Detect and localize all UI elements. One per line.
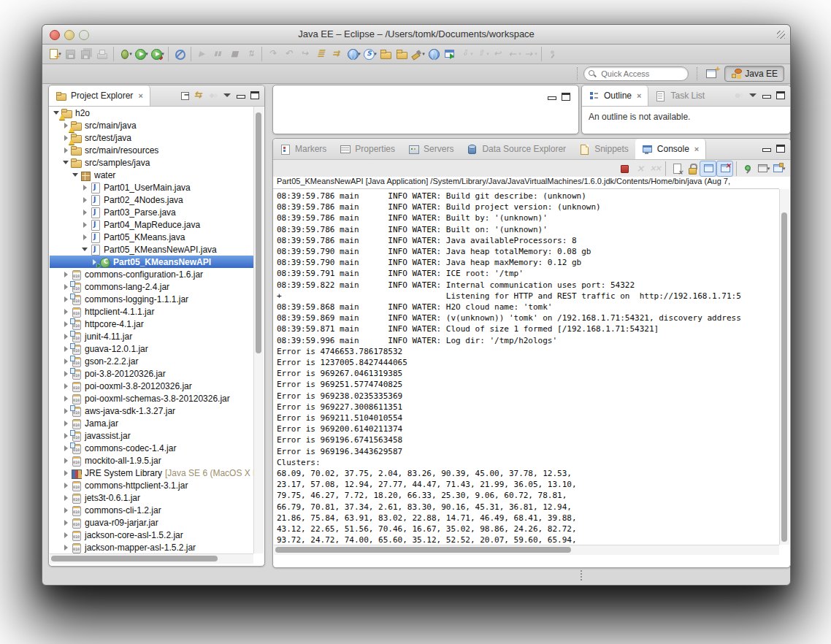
- sash-grip[interactable]: [581, 570, 582, 580]
- project-tree[interactable]: h2osrc/main/javasrc/test/javasrc/main/re…: [50, 107, 253, 553]
- tree-item-part05-kmeans-java[interactable]: Part05_KMeans.java: [50, 231, 253, 243]
- tree-item-src-test-java[interactable]: src/test/java: [50, 131, 253, 144]
- expand-arrow-icon[interactable]: [81, 181, 89, 193]
- tree-item-commons-configuration-1-6-jar[interactable]: commons-configuration-1.6.jar: [50, 268, 253, 280]
- tree-item-src-samples-java[interactable]: src/samples/java: [50, 156, 253, 169]
- debug-button[interactable]: ▾: [117, 46, 133, 62]
- tree-item-jama-jar[interactable]: Jama.jar: [50, 417, 253, 429]
- tab-outline[interactable]: Outline×: [582, 85, 648, 106]
- expand-arrow-icon[interactable]: [62, 144, 70, 156]
- expand-arrow-icon[interactable]: [81, 206, 89, 218]
- scroll-lock-button[interactable]: [684, 161, 700, 176]
- close-icon[interactable]: ×: [637, 91, 641, 100]
- mark-occ-button[interactable]: [329, 46, 345, 62]
- run-server-button[interactable]: [442, 46, 458, 62]
- tab-project-explorer[interactable]: Project Explorer ×: [49, 85, 150, 106]
- min-button[interactable]: [759, 88, 773, 104]
- console-output[interactable]: 08:39:59.786 main INFO WATER: Build git …: [273, 189, 779, 545]
- tree-item-h2o[interactable]: h2o: [50, 107, 253, 119]
- run-history-button[interactable]: ▾: [149, 46, 165, 62]
- max-button[interactable]: [248, 88, 261, 104]
- collapse-all-button[interactable]: [178, 88, 192, 104]
- tree-item-commons-httpclient-3-1-jar[interactable]: commons-httpclient-3.1.jar: [50, 479, 253, 491]
- minimize-view-button[interactable]: [545, 89, 559, 105]
- expand-arrow-icon[interactable]: [62, 305, 70, 318]
- pin-console-button[interactable]: [740, 161, 755, 176]
- tree-item-mockito-all-1-9-5-jar[interactable]: mockito-all-1.9.5.jar: [50, 454, 253, 467]
- expand-arrow-icon[interactable]: [62, 380, 70, 392]
- expand-arrow-icon[interactable]: [62, 355, 70, 367]
- web-browser-button[interactable]: [426, 46, 442, 62]
- tree-item-commons-lang-2-4-jar[interactable]: commons-lang-2.4.jar: [50, 280, 253, 293]
- expand-arrow-icon[interactable]: [62, 330, 70, 342]
- expand-arrow-icon[interactable]: [62, 491, 70, 504]
- tree-item-junit-4-11-jar[interactable]: junit-4.11.jar: [50, 330, 253, 342]
- tab-properties[interactable]: Properties: [333, 139, 402, 159]
- max-button[interactable]: [773, 88, 787, 104]
- tab-data-source-explorer[interactable]: Data Source Explorer: [460, 139, 572, 159]
- expand-arrow-icon[interactable]: [62, 442, 70, 454]
- tree-item-javassist-jar[interactable]: javassist.jar: [50, 429, 253, 442]
- expand-arrow-icon[interactable]: [62, 392, 70, 405]
- tree-item-src-main-java[interactable]: src/main/java: [50, 119, 253, 131]
- expand-arrow-icon[interactable]: [81, 231, 89, 243]
- expand-arrow-icon[interactable]: [62, 367, 70, 380]
- expand-arrow-icon[interactable]: [62, 529, 70, 541]
- min-button[interactable]: [759, 141, 773, 157]
- show-stderr-button[interactable]: [716, 161, 733, 177]
- tree-item-aws-java-sdk-1-3-27-jar[interactable]: aws-java-sdk-1.3.27.jar: [50, 405, 253, 417]
- expand-arrow-icon[interactable]: [62, 405, 70, 417]
- view-menu-button[interactable]: [220, 88, 234, 104]
- tree-item-poi-ooxml-3-8-20120326-jar[interactable]: poi-ooxml-3.8-20120326.jar: [50, 380, 253, 392]
- new-service-button[interactable]: ▾: [361, 46, 378, 62]
- min-button[interactable]: [234, 88, 248, 104]
- expand-arrow-icon[interactable]: [81, 218, 89, 231]
- tree-item-jackson-core-asl-1-5-2-jar[interactable]: jackson-core-asl-1.5.2.jar: [50, 529, 253, 541]
- expand-arrow-icon[interactable]: [62, 318, 70, 330]
- close-icon[interactable]: ×: [138, 91, 142, 100]
- window-resize-grip-icon[interactable]: [777, 31, 785, 39]
- tree-item-httpcore-4-1-jar[interactable]: httpcore-4.1.jar: [50, 318, 253, 330]
- expand-arrow-icon[interactable]: [62, 516, 70, 529]
- tree-item-guava-12-0-1-jar[interactable]: guava-12.0.1.jar: [50, 342, 253, 355]
- hscrollbar-thumb[interactable]: [51, 556, 218, 561]
- show-selected-button[interactable]: [313, 46, 329, 62]
- title-bar[interactable]: Java EE – Eclipse – /Users/tomk/Document…: [42, 25, 790, 45]
- run-button[interactable]: ▾: [133, 46, 149, 62]
- import-folder-button[interactable]: [378, 46, 394, 62]
- expand-arrow-icon[interactable]: [62, 342, 70, 355]
- new-wizard-button[interactable]: ▾: [46, 46, 62, 62]
- expand-arrow-icon[interactable]: [62, 417, 70, 429]
- expand-arrow-icon[interactable]: [62, 454, 70, 467]
- tree-item-part05-kmeansnewapi-java[interactable]: Part05_KMeansNewAPI.java: [50, 243, 253, 256]
- collapse-arrow-icon[interactable]: [72, 169, 80, 181]
- expand-arrow-icon[interactable]: [62, 429, 70, 442]
- link-editor-button[interactable]: [192, 88, 206, 104]
- tree-item-poi-ooxml-schemas-3-8-20120326-jar[interactable]: poi-ooxml-schemas-3.8-20120326.jar: [50, 392, 253, 405]
- collapse-arrow-icon[interactable]: [81, 243, 89, 256]
- view-menu-button[interactable]: [746, 88, 759, 104]
- open-folder-button[interactable]: [394, 46, 410, 62]
- hscrollbar-thumb[interactable]: [275, 547, 571, 553]
- max-button[interactable]: [773, 141, 787, 157]
- quick-access-box[interactable]: [583, 66, 689, 81]
- search-button[interactable]: ▾: [410, 46, 426, 62]
- tree-item-commons-codec-1-4-jar[interactable]: commons-codec-1.4.jar: [50, 442, 253, 454]
- expand-arrow-icon[interactable]: [62, 504, 70, 516]
- tab-snippets[interactable]: Snippets: [572, 139, 635, 159]
- tree-item-gson-2-2-2-jar[interactable]: gson-2.2.2.jar: [50, 355, 253, 367]
- tree-item-water[interactable]: water: [50, 169, 253, 181]
- tree-item-part01-usermain-java[interactable]: Part01_UserMain.java: [50, 181, 253, 193]
- tab-markers[interactable]: Markers: [273, 139, 333, 159]
- tree-item-httpclient-4-1-1-jar[interactable]: httpclient-4.1.1.jar: [50, 305, 253, 318]
- tree-item-jets3t-0-6-1-jar[interactable]: jets3t-0.6.1.jar: [50, 491, 253, 504]
- expand-arrow-icon[interactable]: [62, 268, 70, 280]
- tree-item-jackson-mapper-asl-1-5-2-jar[interactable]: jackson-mapper-asl-1.5.2.jar: [50, 541, 253, 553]
- expand-arrow-icon[interactable]: [62, 541, 70, 553]
- tree-item-part02-4nodes-java[interactable]: Part02_4Nodes.java: [50, 193, 253, 206]
- tree-item-poi-3-8-20120326-jar[interactable]: poi-3.8-20120326.jar: [50, 367, 253, 380]
- tree-item-part03-parse-java[interactable]: Part03_Parse.java: [50, 206, 253, 218]
- terminate-button[interactable]: [616, 161, 632, 176]
- close-icon[interactable]: ×: [694, 145, 699, 153]
- show-stdout-button[interactable]: [700, 161, 716, 177]
